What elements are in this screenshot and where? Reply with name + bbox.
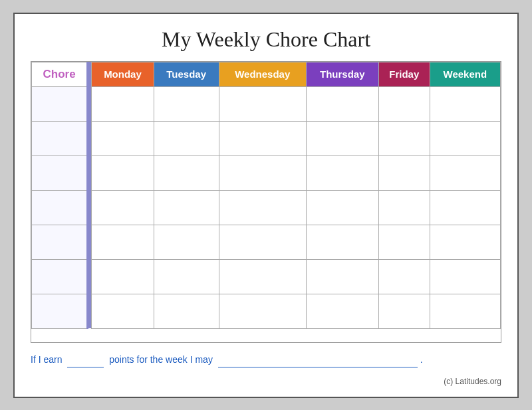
weekend-cell[interactable] — [430, 294, 500, 328]
page: My Weekly Chore Chart Chore Monday Tuesd… — [13, 13, 519, 398]
col-header-friday: Friday — [378, 62, 430, 86]
thursday-cell[interactable] — [306, 121, 378, 155]
monday-cell[interactable] — [92, 225, 154, 259]
chore-cell[interactable] — [32, 155, 88, 190]
weekend-cell[interactable] — [430, 190, 500, 225]
thursday-cell[interactable] — [306, 225, 378, 259]
friday-cell[interactable] — [378, 225, 430, 259]
table-row — [32, 155, 501, 190]
thursday-cell[interactable] — [306, 294, 378, 328]
chore-cell[interactable] — [32, 86, 88, 121]
weekend-cell[interactable] — [430, 121, 500, 155]
thursday-cell[interactable] — [306, 155, 378, 190]
table-row — [32, 190, 501, 225]
monday-cell[interactable] — [92, 121, 154, 155]
tuesday-cell[interactable] — [154, 225, 219, 259]
chore-chart: Chore Monday Tuesday Wednesday Thursday … — [31, 61, 501, 344]
table-row — [32, 225, 501, 259]
weekend-cell[interactable] — [430, 225, 500, 259]
chore-cell[interactable] — [32, 294, 88, 328]
footer: If I earn points for the week I may . — [31, 352, 501, 367]
monday-cell[interactable] — [92, 155, 154, 190]
tuesday-cell[interactable] — [154, 121, 219, 155]
monday-cell[interactable] — [92, 259, 154, 294]
wednesday-cell[interactable] — [219, 225, 306, 259]
chore-cell[interactable] — [32, 259, 88, 294]
thursday-cell[interactable] — [306, 86, 378, 121]
friday-cell[interactable] — [378, 121, 430, 155]
copyright: (c) Latitudes.org — [31, 377, 501, 386]
page-title: My Weekly Chore Chart — [31, 27, 501, 52]
col-header-tuesday: Tuesday — [154, 62, 219, 86]
table-row — [32, 121, 501, 155]
wednesday-cell[interactable] — [219, 190, 306, 225]
chore-cell[interactable] — [32, 190, 88, 225]
footer-period: . — [420, 354, 423, 365]
friday-cell[interactable] — [378, 155, 430, 190]
friday-cell[interactable] — [378, 259, 430, 294]
tuesday-cell[interactable] — [154, 86, 219, 121]
thursday-cell[interactable] — [306, 259, 378, 294]
col-header-wednesday: Wednesday — [219, 62, 306, 86]
points-blank[interactable] — [67, 358, 104, 367]
chore-cell[interactable] — [32, 225, 88, 259]
friday-cell[interactable] — [378, 190, 430, 225]
table-row — [32, 259, 501, 294]
monday-cell[interactable] — [92, 86, 154, 121]
monday-cell[interactable] — [92, 294, 154, 328]
wednesday-cell[interactable] — [219, 155, 306, 190]
tuesday-cell[interactable] — [154, 190, 219, 225]
wednesday-cell[interactable] — [219, 294, 306, 328]
friday-cell[interactable] — [378, 86, 430, 121]
reward-blank[interactable] — [218, 358, 418, 367]
footer-text-before: If I earn — [31, 354, 62, 365]
tuesday-cell[interactable] — [154, 155, 219, 190]
col-header-monday: Monday — [92, 62, 154, 86]
tuesday-cell[interactable] — [154, 259, 219, 294]
wednesday-cell[interactable] — [219, 86, 306, 121]
col-header-weekend: Weekend — [430, 62, 500, 86]
col-header-thursday: Thursday — [306, 62, 378, 86]
weekend-cell[interactable] — [430, 86, 500, 121]
thursday-cell[interactable] — [306, 190, 378, 225]
chore-table: Chore Monday Tuesday Wednesday Thursday … — [31, 62, 501, 329]
chore-cell[interactable] — [32, 121, 88, 155]
col-header-chore: Chore — [32, 62, 88, 86]
monday-cell[interactable] — [92, 190, 154, 225]
wednesday-cell[interactable] — [219, 259, 306, 294]
tuesday-cell[interactable] — [154, 294, 219, 328]
table-row — [32, 86, 501, 121]
weekend-cell[interactable] — [430, 155, 500, 190]
wednesday-cell[interactable] — [219, 121, 306, 155]
weekend-cell[interactable] — [430, 259, 500, 294]
friday-cell[interactable] — [378, 294, 430, 328]
table-row — [32, 294, 501, 328]
footer-text-between: points for the week I may — [109, 354, 213, 365]
